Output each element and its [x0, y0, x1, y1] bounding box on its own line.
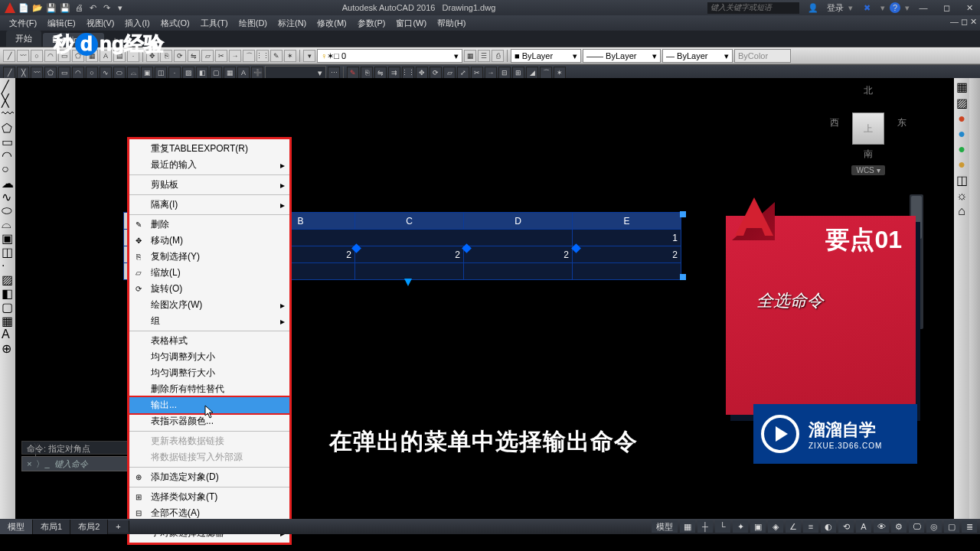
tool-line-icon[interactable]: ╱	[3, 50, 15, 62]
status-tab-layout1[interactable]: 布局1	[33, 520, 70, 534]
cmd-close-icon[interactable]: ×	[27, 459, 31, 468]
menu-param[interactable]: 参数(P)	[353, 16, 390, 31]
status-transparency-icon[interactable]: ◐	[821, 520, 836, 533]
m-explode-icon[interactable]: ✶	[554, 67, 566, 79]
d-mtext-icon[interactable]: A	[237, 67, 250, 79]
d-region-icon[interactable]: ▢	[210, 67, 222, 79]
lp-pline-icon[interactable]: 〰	[2, 107, 14, 119]
menu-insert[interactable]: 插入(I)	[120, 16, 154, 31]
ctx-item[interactable]: 表格样式	[129, 333, 289, 349]
d-gradient-icon[interactable]: ◧	[196, 67, 208, 79]
lp-addsel-icon[interactable]: ⊕	[2, 341, 14, 354]
cmd-chevron-icon[interactable]: 〉_	[36, 458, 49, 470]
lp-revcloud-icon[interactable]: ☁	[2, 176, 14, 188]
status-annovis-icon[interactable]: 👁	[874, 520, 889, 533]
ctx-item[interactable]: 绘图次序(W)▸	[129, 297, 289, 313]
status-isolate-icon[interactable]: ◎	[926, 520, 942, 533]
d-polygon-icon[interactable]: ⬠	[44, 67, 57, 79]
rp-2-icon[interactable]: ▨	[956, 96, 968, 110]
layer-state-icon[interactable]: ☰	[478, 50, 490, 62]
d-ellipse-icon[interactable]: ⬭	[113, 67, 126, 79]
d-insert-icon[interactable]: ▣	[141, 67, 153, 79]
d-hatch-icon[interactable]: ▨	[182, 67, 194, 79]
tool-pline-icon[interactable]: 〰	[17, 50, 29, 62]
menu-dimension[interactable]: 标注(N)	[273, 16, 311, 31]
m-fillet-icon[interactable]: ⌒	[540, 67, 552, 79]
color-combo[interactable]: ■ ByLayer▾	[511, 49, 581, 63]
table-colhdr[interactable]: C	[355, 213, 464, 230]
lp-point-icon[interactable]: ·	[2, 259, 14, 271]
tab-start[interactable]: 开始	[6, 31, 41, 47]
d-circle-icon[interactable]: ○	[86, 67, 98, 79]
status-model-label[interactable]: 模型	[652, 520, 678, 533]
viewcube-s[interactable]: 南	[830, 148, 906, 161]
menu-tools[interactable]: 工具(T)	[196, 16, 233, 31]
rp-5-icon[interactable]: ●	[958, 142, 965, 156]
rp-9-icon[interactable]: ⌂	[958, 204, 965, 218]
m-array-icon[interactable]: ⋮⋮	[402, 67, 414, 79]
rp-8-icon[interactable]: ☼	[956, 189, 968, 203]
viewcube-n[interactable]: 北	[830, 84, 906, 97]
close-button[interactable]: ✕	[960, 1, 978, 15]
rp-1-icon[interactable]: ▦	[956, 80, 968, 94]
lp-polygon-icon[interactable]: ⬠	[2, 121, 14, 133]
m-move-icon[interactable]: ✥	[416, 67, 428, 79]
help-search-input[interactable]: 键入关键字或短语	[707, 2, 799, 14]
qat-undo-icon[interactable]: ↶	[87, 2, 98, 13]
tool-mirror-icon[interactable]: ⇋	[188, 50, 200, 62]
d-point-icon[interactable]: ·	[168, 67, 181, 79]
layer-prop-icon[interactable]: ▦	[464, 50, 476, 62]
m-copy-icon[interactable]: ⎘	[361, 67, 373, 79]
m-rotate-icon[interactable]: ⟳	[430, 67, 442, 79]
lp-gradient-icon[interactable]: ◧	[2, 286, 14, 298]
m-mirror-icon[interactable]: ⇋	[374, 67, 387, 79]
ctx-item[interactable]: ⟳旋转(O)	[129, 281, 289, 297]
status-cycle-icon[interactable]: ⟲	[838, 520, 854, 533]
rp-7-icon[interactable]: ◫	[956, 173, 968, 187]
status-otrack-icon[interactable]: ∠	[786, 520, 801, 533]
menu-window[interactable]: 窗口(W)	[391, 16, 431, 31]
lp-xline-icon[interactable]: ╳	[2, 93, 14, 106]
status-annoscale-icon[interactable]: A	[856, 520, 871, 533]
m-offset-icon[interactable]: ⇉	[388, 67, 400, 79]
d-block-icon[interactable]: ◫	[155, 67, 167, 79]
grip[interactable]	[680, 274, 686, 280]
qat-plot-icon[interactable]: 🖨	[74, 2, 84, 13]
signin-label[interactable]: 登录	[827, 2, 844, 14]
ctx-item[interactable]: ⎘复制选择(Y)	[129, 249, 289, 265]
menu-edit[interactable]: 编辑(E)	[43, 16, 80, 31]
status-osnap-icon[interactable]: ▣	[750, 520, 766, 533]
lp-block-icon[interactable]: ◫	[2, 245, 14, 257]
viewcube-top[interactable]: 上	[852, 112, 884, 145]
ctx-item[interactable]: ▱缩放(L)	[129, 265, 289, 281]
d-table-icon[interactable]: ▦	[224, 67, 236, 79]
ctx-item[interactable]: 重复TABLEEXPORT(R)	[129, 141, 289, 157]
status-tab-add[interactable]: +	[108, 520, 129, 533]
layer-match-icon[interactable]: ⎙	[492, 50, 504, 62]
tool-circle-icon[interactable]: ○	[31, 50, 43, 62]
m-erase-icon[interactable]: ✎	[347, 67, 359, 79]
viewcube-e[interactable]: 东	[897, 116, 906, 129]
status-snap-icon[interactable]: ┼	[697, 520, 713, 533]
qat-redo-icon[interactable]: ↷	[101, 2, 112, 13]
status-ortho-icon[interactable]: └	[715, 520, 730, 533]
status-workspace-icon[interactable]: ⚙	[891, 520, 906, 533]
lp-arc-icon[interactable]: ◠	[2, 148, 14, 161]
plotstyle-combo[interactable]: ByColor	[734, 49, 791, 63]
ctx-item[interactable]: 剪贴板▸	[129, 177, 289, 193]
m-break-icon[interactable]: ⊟	[498, 67, 511, 79]
lp-hatch-icon[interactable]: ▨	[2, 272, 14, 285]
signin-icon[interactable]: 👤	[804, 1, 822, 15]
lp-line-icon[interactable]: ╱	[2, 80, 14, 92]
menu-help[interactable]: 帮助(H)	[433, 16, 470, 31]
layer-drop-icon[interactable]: ▾	[303, 50, 315, 62]
status-3dosnap-icon[interactable]: ◈	[768, 520, 783, 533]
viewcube-wcs[interactable]: WCS ▾	[851, 165, 884, 175]
lp-spline-icon[interactable]: ∿	[2, 190, 14, 202]
menu-file[interactable]: 文件(F)	[5, 16, 41, 31]
ctx-item[interactable]: 最近的输入▸	[129, 157, 289, 173]
m-scale-icon[interactable]: ▱	[443, 67, 456, 79]
tool-trim-icon[interactable]: ✂	[215, 50, 227, 62]
tool-fillet-icon[interactable]: ⌒	[243, 50, 255, 62]
layer-combo[interactable]: ♀✶□ 0▾	[317, 49, 462, 63]
